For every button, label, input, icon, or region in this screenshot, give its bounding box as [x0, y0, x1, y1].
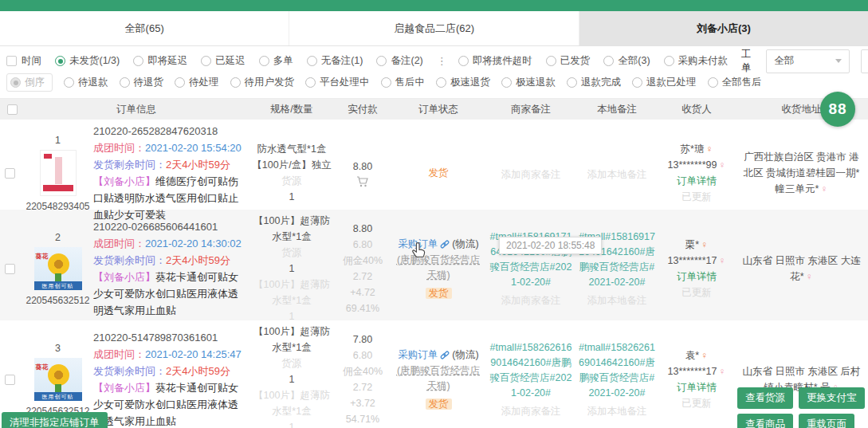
keyword-input[interactable]: [861, 49, 868, 73]
radio-aftersale[interactable]: 售后中: [381, 76, 426, 89]
radio-purchase-unpaid[interactable]: 采购未付款: [664, 54, 729, 68]
order-number[interactable]: 210220-265282847620318: [93, 123, 242, 139]
marker-icon[interactable]: ♀: [718, 366, 725, 377]
add-local-note-link[interactable]: 添加本地备注: [587, 167, 647, 183]
radio-icon[interactable]: [259, 56, 269, 66]
radio-multi-order[interactable]: 多单: [259, 54, 293, 68]
radio-icon[interactable]: [603, 56, 614, 66]
tab-shop-qiyue[interactable]: 启越食品二店(62): [289, 11, 579, 45]
radio-icon[interactable]: [175, 77, 185, 88]
change-alipay-button[interactable]: 更换支付宝: [799, 387, 865, 409]
radio-icon[interactable]: [133, 56, 143, 66]
radio-icon[interactable]: [230, 77, 241, 88]
row-checkbox[interactable]: [5, 264, 15, 274]
add-local-note-link[interactable]: 添加本地备注: [587, 403, 647, 419]
row-checkbox[interactable]: [5, 375, 15, 385]
radio-icon[interactable]: [376, 56, 387, 66]
supplier-shop-link[interactable]: (唐鹏骏百货经营店 天猫): [392, 363, 485, 394]
logistics-label[interactable]: (物流): [452, 236, 478, 253]
floating-widget-button[interactable]: 88: [820, 92, 855, 127]
product-image[interactable]: 葵花 医用创可贴: [34, 247, 82, 290]
radio-remark[interactable]: 备注(2): [376, 54, 422, 68]
view-product-button[interactable]: 查看商品: [737, 414, 793, 428]
radio-no-remark[interactable]: 无备注(1): [307, 54, 363, 68]
local-note-text[interactable]: #tmall#1582626169014642160#唐鹏骏百货经营店#2021…: [577, 340, 657, 401]
order-detail-link[interactable]: 订单详情: [677, 173, 717, 189]
merchant-note-text[interactable]: #tmall#1582626169014642160#唐鹏骏百货经营店#2021…: [488, 340, 574, 401]
radio-not-shipped[interactable]: 未发货(1/3): [55, 54, 120, 68]
marker-icon[interactable]: ♀: [718, 255, 725, 266]
radio-soon-delayed[interactable]: 即将延迟: [133, 54, 187, 68]
radio-handle-pending[interactable]: 待处理: [175, 76, 219, 89]
marker-icon[interactable]: ♀: [806, 271, 813, 282]
reload-page-button[interactable]: 重载页面: [799, 414, 854, 428]
view-source-button[interactable]: 查看货源: [737, 387, 793, 409]
table-header: 订单信息 规格/数量 实付款 订单状态 商家备注 本地备注 收货人 收货地址: [0, 99, 868, 120]
add-local-note-link[interactable]: 添加本地备注: [587, 293, 647, 308]
radio-icon[interactable]: [64, 77, 74, 88]
ship-status[interactable]: 发货: [426, 399, 452, 410]
radio-fast-refund[interactable]: 极速退款: [501, 76, 556, 89]
ship-status[interactable]: 发货: [429, 165, 449, 181]
radio-icon[interactable]: [708, 77, 718, 88]
order-detail-link[interactable]: 订单详情: [677, 379, 717, 395]
marker-icon[interactable]: ♀: [820, 183, 827, 194]
radio-icon[interactable]: [381, 77, 391, 88]
row-checkbox[interactable]: [5, 168, 15, 179]
checkbox-icon[interactable]: [6, 56, 17, 66]
radio-icon[interactable]: [546, 56, 556, 66]
add-merchant-note-link[interactable]: 添加商家备注: [501, 403, 561, 419]
purchase-order-link[interactable]: 采购订单: [398, 347, 438, 363]
radio-icon[interactable]: [305, 77, 316, 88]
radio-icon[interactable]: [120, 77, 130, 88]
cart-icon[interactable]: [356, 176, 369, 187]
radio-platform-processing[interactable]: 平台处理中: [305, 76, 370, 89]
clean-orders-button[interactable]: 清理非指定店铺订单: [2, 412, 108, 428]
more-options-icon[interactable]: ⋮: [437, 55, 447, 67]
radio-icon[interactable]: [307, 56, 317, 66]
radio-icon[interactable]: [55, 56, 65, 66]
radio-icon[interactable]: [501, 77, 512, 88]
radio-icon[interactable]: [632, 77, 642, 88]
marker-icon[interactable]: ♀: [701, 239, 708, 250]
tab-shop-liubei[interactable]: 刘备小店(3): [579, 11, 868, 45]
marker-icon[interactable]: ♀: [705, 143, 713, 155]
radio-all-orders[interactable]: 全部(3): [603, 54, 650, 68]
radio-shipped[interactable]: 已发货: [546, 54, 591, 68]
radio-refund-handled[interactable]: 退款已处理: [632, 76, 697, 89]
radio-delayed[interactable]: 已延迟: [201, 54, 245, 68]
radio-icon[interactable]: [436, 77, 446, 88]
add-merchant-note-link[interactable]: 添加商家备注: [501, 293, 561, 308]
radio-fast-return[interactable]: 极速退货: [436, 76, 490, 89]
work-order-select[interactable]: 全部: [766, 49, 850, 73]
radio-icon[interactable]: [458, 56, 469, 66]
add-merchant-note-link[interactable]: 添加商家备注: [501, 167, 561, 183]
marker-icon[interactable]: ♀: [718, 159, 725, 171]
radio-icon[interactable]: [10, 77, 21, 88]
time-filter-checkbox[interactable]: 时间: [6, 54, 41, 68]
product-image[interactable]: [40, 150, 77, 196]
sort-desc-toggle[interactable]: 倒序: [6, 73, 53, 92]
radio-return-pending[interactable]: 待退货: [120, 76, 164, 89]
order-number[interactable]: 210220-514789870361601: [93, 329, 242, 346]
marker-icon[interactable]: ♀: [701, 350, 708, 361]
order-number[interactable]: 210220-026685606441601: [93, 218, 242, 235]
radio-user-ship-pending[interactable]: 待用户发货: [230, 76, 295, 89]
receiver-name: 栗*: [685, 239, 699, 250]
logistics-label[interactable]: (物流): [452, 347, 478, 363]
radio-icon[interactable]: [664, 56, 674, 66]
radio-refund-pending[interactable]: 待退款: [64, 76, 108, 89]
radio-refund-done[interactable]: 退款完成: [567, 76, 621, 89]
purchase-order-link[interactable]: 采购订单: [398, 236, 438, 253]
order-detail-link[interactable]: 订单详情: [677, 269, 717, 285]
radio-icon[interactable]: [567, 77, 577, 88]
filter-row-2: 倒序 待退款 待退货 待处理 待用户发货 平台处理中: [6, 72, 862, 93]
radio-all-aftersale[interactable]: 全部售后: [708, 76, 762, 89]
ship-status[interactable]: 发货: [426, 288, 452, 299]
radio-pickup-timeout[interactable]: 即将揽件超时: [458, 54, 532, 68]
select-all-checkbox[interactable]: [7, 104, 18, 115]
supplier-shop-link[interactable]: (唐鹏骏百货经营店 天猫): [392, 253, 485, 283]
product-image[interactable]: 葵花 医用创可贴: [34, 358, 82, 401]
radio-icon[interactable]: [201, 56, 211, 66]
tab-all-shops[interactable]: 全部(65): [0, 11, 289, 45]
